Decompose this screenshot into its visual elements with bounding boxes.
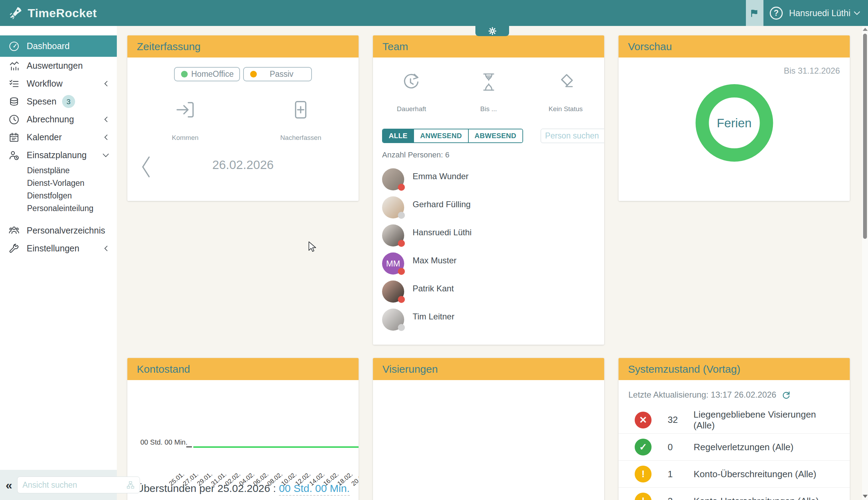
team-member-row[interactable]: Hansruedi Lüthi	[382, 224, 595, 252]
amber-dot-icon	[250, 71, 257, 77]
sidebar-item-dashboard[interactable]: Dashboard	[0, 35, 117, 57]
team-member-row[interactable]: MM Max Muster	[382, 252, 595, 281]
team-member-row[interactable]: Patrik Kant	[382, 281, 595, 309]
card-zeiterfassung-header[interactable]: Zeiterfassung	[127, 35, 359, 58]
dashboard-icon	[8, 41, 20, 52]
chevron-left-icon	[103, 134, 109, 141]
view-search-input[interactable]	[22, 480, 126, 490]
chevron-left-icon	[103, 80, 109, 87]
view-search	[17, 477, 140, 493]
sidebar-subitem-dienstfolgen[interactable]: Dienstfolgen	[0, 189, 117, 202]
presence-tabs: ALLE ANWESEND ABWESEND	[382, 129, 523, 143]
avatar	[382, 309, 404, 331]
team-member-row[interactable]: Emma Wunder	[382, 168, 595, 196]
homeoffice-pill[interactable]: HomeOffice	[174, 67, 240, 81]
sidebar-item-abrechnung[interactable]: Abrechnung	[0, 110, 117, 128]
system-status-row[interactable]: ! 3 Konto-Unterschreitungen (Alle)	[619, 487, 850, 500]
sidebar-item-workflow[interactable]: Workflow	[0, 75, 117, 93]
dauerhaft-filter[interactable]: Dauerhaft	[373, 72, 450, 113]
filter-label: Bis ...	[480, 105, 497, 113]
scroll-up-arrow[interactable]	[863, 28, 868, 31]
flag-icon	[749, 8, 760, 18]
sidebar-item-personalverzeichnis[interactable]: Personalverzeichnis	[0, 222, 117, 239]
tab-alle[interactable]: ALLE	[383, 129, 413, 142]
chevron-left-icon	[103, 116, 109, 123]
team-member-list: Emma Wunder Gerhard Fülling Hansruedi Lü…	[382, 168, 595, 337]
user-menu[interactable]: Hansruedi Lüthi	[789, 8, 860, 18]
card-zeiterfassung: Zeiterfassung HomeOffice Passiv Kommen	[127, 35, 359, 201]
card-team-header[interactable]: Team	[373, 35, 604, 58]
app-logo: TimeRocket	[9, 6, 97, 20]
scrollbar-thumb[interactable]	[863, 34, 867, 239]
chevron-down-icon	[102, 153, 109, 158]
sidebar-item-kalender[interactable]: Kalender	[0, 128, 117, 146]
collapse-sidebar-button[interactable]: «	[6, 479, 12, 491]
sidebar-item-label: Einsatzplanung	[27, 150, 87, 160]
green-dot-icon	[181, 71, 188, 77]
clock-icon	[8, 114, 20, 125]
previous-day-button[interactable]	[139, 155, 153, 179]
plus-square-icon	[291, 100, 311, 120]
scroll-down-arrow[interactable]	[863, 495, 868, 498]
sitemap-icon	[126, 481, 135, 489]
kommen-button[interactable]: Kommen	[127, 100, 243, 142]
flag-button[interactable]	[746, 0, 763, 26]
status-count: 1	[668, 469, 691, 480]
status-dot	[398, 212, 405, 219]
refresh-icon[interactable]	[781, 390, 791, 400]
check-icon: ✓	[635, 439, 652, 455]
person-clock-icon	[8, 150, 20, 161]
hourglass-icon	[478, 72, 499, 93]
status-count: 0	[668, 442, 691, 453]
team-member-row[interactable]: Tim Leitner	[382, 309, 595, 337]
sidebar-subitem-dienst-vorlagen[interactable]: Dienst-Vorlagen	[0, 177, 117, 189]
kein-status-filter[interactable]: Kein Status	[527, 72, 604, 113]
overtime-summary: Überstunden per 25.02.2026 : 00 Std. 00 …	[136, 482, 350, 494]
ferien-ring-chart[interactable]: Ferien	[695, 84, 773, 162]
person-count: Anzahl Personen: 6	[382, 150, 595, 160]
person-search-input[interactable]	[545, 131, 604, 141]
status-label: Regelverletzungen (Alle)	[694, 442, 794, 453]
dashboard-settings-tab[interactable]	[475, 26, 509, 36]
card-systemzustand: Systemzustand (Vortag) Letzte Aktualisie…	[619, 358, 850, 500]
help-button[interactable]: ?	[770, 7, 783, 20]
avatar	[382, 224, 404, 246]
nacherfassen-button[interactable]: Nacherfassen	[243, 100, 359, 142]
date-row: 26.02.2026	[127, 158, 359, 172]
y-axis-tick	[186, 446, 192, 447]
overtime-value[interactable]: 00 Std. 00 Min.	[279, 482, 350, 496]
until-date: Bis 31.12.2026	[619, 58, 850, 76]
sidebar-footer: «	[0, 470, 117, 500]
card-kontostand-header[interactable]: Kontostand	[127, 358, 359, 380]
sidebar-item-label: Auswertungen	[27, 61, 83, 71]
tab-anwesend[interactable]: ANWESEND	[413, 129, 468, 142]
system-status-row[interactable]: ✓ 0 Regelverletzungen (Alle)	[619, 433, 850, 460]
sidebar-subitem-personaleinteilung[interactable]: Personaleinteilung	[0, 202, 117, 215]
member-name: Max Muster	[413, 252, 456, 281]
sidebar: Dashboard Auswertungen Workflow	[0, 26, 117, 500]
tab-abwesend[interactable]: ABWESEND	[468, 129, 522, 142]
vertical-scrollbar[interactable]	[862, 26, 868, 500]
card-vorschau-header[interactable]: Vorschau	[619, 35, 850, 58]
status-dot	[398, 296, 405, 303]
avatar	[382, 196, 404, 218]
sidebar-item-einsatzplanung[interactable]: Einsatzplanung	[0, 146, 117, 164]
sidebar-subitem-dienstplaene[interactable]: Dienstpläne	[0, 164, 117, 177]
sidebar-item-spesen[interactable]: Spesen 3	[0, 93, 117, 110]
sidebar-item-auswertungen[interactable]: Auswertungen	[0, 57, 117, 75]
clock-repeat-icon	[401, 72, 422, 93]
card-systemzustand-header[interactable]: Systemzustand (Vortag)	[619, 358, 850, 380]
current-date: 26.02.2026	[127, 158, 359, 172]
status-dot	[398, 184, 405, 191]
sidebar-item-einstellungen[interactable]: Einstellungen	[0, 239, 117, 257]
card-visierungen-header[interactable]: Visierungen	[373, 358, 604, 380]
chart-line	[193, 446, 359, 448]
sidebar-subitem-label: Dienstfolgen	[27, 191, 72, 201]
system-status-row[interactable]: ✕ 32 Liegengebliebene Visierungen (Alle)	[619, 406, 850, 433]
system-status-row[interactable]: ! 1 Konto-Überschreitungen (Alle)	[619, 460, 850, 487]
avatar: MM	[382, 252, 404, 275]
team-member-row[interactable]: Gerhard Fülling	[382, 196, 595, 224]
passiv-pill[interactable]: Passiv	[243, 67, 312, 81]
sidebar-subitem-label: Dienst-Vorlagen	[27, 178, 85, 188]
bis-filter[interactable]: Bis ...	[450, 72, 527, 113]
